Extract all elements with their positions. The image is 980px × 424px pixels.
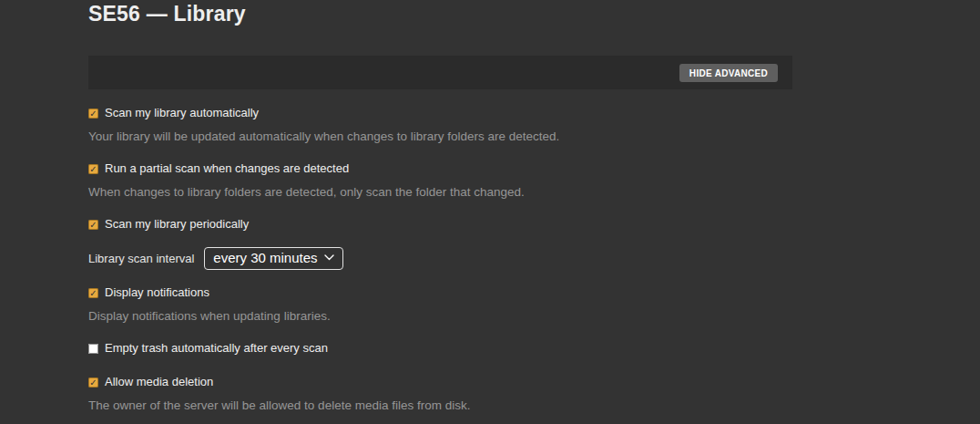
allow-media-deletion-checkbox[interactable]: ✓ (88, 377, 98, 388)
checkmark-icon: ✓ (89, 219, 97, 229)
partial-scan-description: When changes to library folders are dete… (88, 184, 792, 201)
display-notifications-description: Display notifications when updating libr… (88, 308, 792, 325)
advanced-toolbar: HIDE ADVANCED (88, 56, 792, 89)
library-scan-interval-label: Library scan interval (88, 252, 194, 265)
hide-advanced-button[interactable]: HIDE ADVANCED (679, 64, 778, 82)
setting-allow-media-deletion: ✓ Allow media deletion The owner of the … (88, 374, 792, 414)
setting-scan-automatically: ✓ Scan my library automatically Your lib… (88, 105, 792, 145)
allow-media-deletion-label[interactable]: Allow media deletion (105, 374, 213, 390)
scan-periodically-label[interactable]: Scan my library periodically (105, 216, 249, 233)
setting-library-scan-interval: Library scan interval every 30 minutes (88, 247, 792, 269)
scan-automatically-label[interactable]: Scan my library automatically (105, 105, 259, 121)
chevron-down-icon (324, 254, 334, 261)
partial-scan-checkbox[interactable]: ✓ (88, 164, 98, 174)
setting-display-notifications: ✓ Display notifications Display notifica… (88, 284, 792, 325)
partial-scan-label[interactable]: Run a partial scan when changes are dete… (105, 160, 349, 177)
library-scan-interval-value: every 30 minutes (213, 250, 317, 266)
library-settings-page: SE56 — Library HIDE ADVANCED ✓ Scan my l… (88, 0, 792, 414)
checkmark-icon: ✓ (89, 163, 97, 173)
display-notifications-label[interactable]: Display notifications (105, 284, 209, 301)
empty-trash-checkbox[interactable] (88, 344, 98, 354)
setting-partial-scan: ✓ Run a partial scan when changes are de… (88, 160, 792, 201)
setting-empty-trash: Empty trash automatically after every sc… (88, 340, 792, 357)
library-scan-interval-select[interactable]: every 30 minutes (204, 247, 342, 270)
page-title: SE56 — Library (88, 0, 792, 27)
scan-periodically-checkbox[interactable]: ✓ (88, 220, 98, 230)
checkmark-icon: ✓ (89, 287, 97, 297)
display-notifications-checkbox[interactable]: ✓ (88, 288, 98, 298)
setting-scan-periodically: ✓ Scan my library periodically (88, 216, 792, 233)
allow-media-deletion-description: The owner of the server will be allowed … (88, 398, 792, 414)
empty-trash-label[interactable]: Empty trash automatically after every sc… (105, 340, 328, 357)
scan-automatically-checkbox[interactable]: ✓ (88, 109, 98, 119)
checkmark-icon: ✓ (89, 108, 97, 118)
scan-automatically-description: Your library will be updated automatical… (88, 129, 792, 145)
checkmark-icon: ✓ (89, 377, 97, 387)
